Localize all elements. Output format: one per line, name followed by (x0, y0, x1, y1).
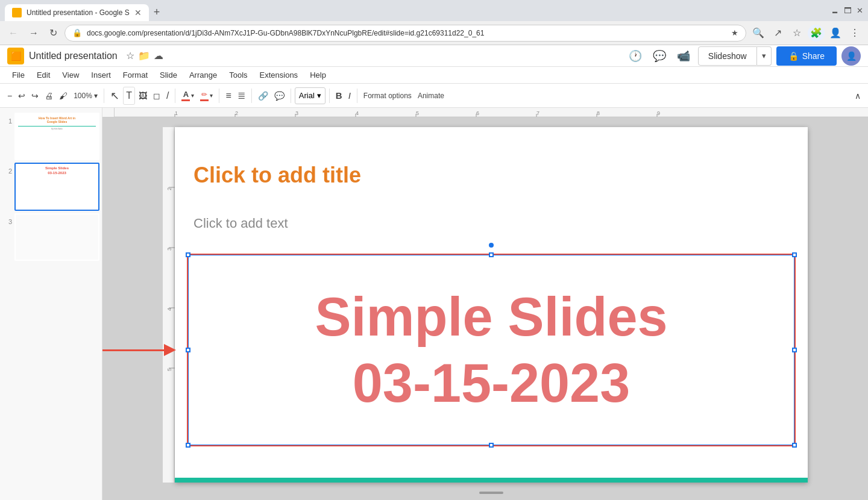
handle-top-middle[interactable] (489, 252, 494, 257)
font-selector-dropdown: ▾ (317, 91, 321, 100)
search-icon[interactable]: 🔍 (750, 25, 767, 42)
slide-thumb-1[interactable]: How To Insert Word Art inGoogle Slides B… (14, 113, 99, 160)
toolbar-bold[interactable]: B (333, 87, 345, 105)
minimize-button[interactable]: 🗕 (831, 6, 839, 15)
toolbar-format-paint[interactable]: 🖌 (57, 87, 70, 105)
toolbar-link[interactable]: 🔗 (256, 87, 271, 105)
svg-text:3: 3 (166, 248, 172, 251)
slide-body-text: Click to add text (193, 216, 288, 231)
scroll-indicator[interactable] (479, 492, 503, 494)
menu-file[interactable]: File (7, 69, 30, 81)
slide-number-2: 2 (2, 163, 12, 175)
slide-title-placeholder[interactable]: Click to add title (193, 151, 790, 199)
video-call-button[interactable]: 📹 (674, 46, 693, 66)
toolbar-collapse[interactable]: ∧ (852, 87, 863, 105)
slide-thumb-2[interactable]: Simple Slides03-15-2023 (14, 163, 99, 210)
lock-icon: 🔒 (788, 51, 799, 61)
app-header: 🟧 Untitled presentation ☆ 📁 ☁ 🕐 💬 📹 Slid… (0, 45, 868, 67)
menu-insert[interactable]: Insert (86, 69, 116, 81)
comments-button[interactable]: 💬 (650, 46, 669, 66)
svg-text:7: 7 (536, 110, 539, 116)
user-avatar[interactable]: 👤 (841, 46, 861, 66)
menu-arrange[interactable]: Arrange (184, 69, 222, 81)
bookmark-icon[interactable]: ☆ (788, 25, 805, 42)
toolbar-highlight-color[interactable]: ✏ ▾ (198, 87, 215, 105)
toolbar-undo[interactable]: ↩ (16, 87, 28, 105)
tab-close-button[interactable]: ✕ (134, 8, 142, 17)
handle-bottom-middle[interactable] (489, 443, 494, 448)
text-box-line1: Simple Slides (315, 290, 667, 344)
menu-help[interactable]: Help (305, 69, 331, 81)
reload-button[interactable]: ↻ (46, 25, 61, 41)
extensions-icon[interactable]: 🧩 (808, 25, 825, 42)
toolbar-shape[interactable]: ◻ (151, 87, 163, 105)
menu-slide[interactable]: Slide (155, 69, 182, 81)
toolbar-animate[interactable]: Animate (415, 87, 447, 105)
slideshow-dropdown-button[interactable]: ▾ (757, 46, 772, 66)
svg-text:6: 6 (476, 110, 479, 116)
toolbar-select[interactable]: ↖ (108, 87, 122, 105)
slide-body-placeholder[interactable]: Click to add text (193, 205, 790, 242)
close-button[interactable]: ✕ (857, 6, 863, 15)
folder-icon[interactable]: 📁 (138, 50, 150, 61)
address-bar[interactable]: 🔒 docs.google.com/presentation/d/1jDi3d-… (64, 25, 746, 42)
text-box-selected[interactable]: Simple Slides 03-15-2023 (187, 254, 796, 446)
font-name: Arial (299, 91, 315, 100)
active-tab[interactable]: Untitled presentation - Google S ✕ (5, 4, 149, 21)
toolbar-italic[interactable]: I (346, 87, 353, 105)
menu-view[interactable]: View (57, 69, 84, 81)
menu-tools[interactable]: Tools (224, 69, 252, 81)
menu-edit[interactable]: Edit (32, 69, 55, 81)
highlight-dropdown[interactable]: ▾ (210, 92, 213, 99)
maximize-button[interactable]: 🗖 (844, 6, 852, 15)
handle-middle-right[interactable] (792, 348, 797, 352)
browser-menu-icon[interactable]: ⋮ (846, 25, 863, 42)
toolbar-text[interactable]: T (123, 87, 135, 105)
toolbar-font-color[interactable]: A ▾ (179, 87, 197, 105)
handle-middle-left[interactable] (186, 348, 190, 352)
svg-text:3: 3 (295, 110, 298, 116)
rotate-handle[interactable] (489, 243, 494, 248)
toolbar-zoom-level[interactable]: 100% ▾ (71, 87, 100, 105)
toolbar-font-selector[interactable]: Arial ▾ (295, 87, 326, 104)
slideshow-button[interactable]: Slideshow (698, 46, 757, 66)
tab-bar: Untitled presentation - Google S ✕ + (5, 0, 165, 21)
handle-top-left[interactable] (186, 252, 190, 257)
workspace: 1 How To Insert Word Art inGoogle Slides… (0, 108, 868, 500)
profile-icon[interactable]: 👤 (827, 25, 844, 42)
toolbar-zoom-minus[interactable]: − (5, 87, 14, 105)
font-color-dropdown[interactable]: ▾ (191, 92, 194, 99)
menu-format[interactable]: Format (118, 69, 153, 81)
menu-extensions[interactable]: Extensions (255, 69, 303, 81)
share-page-icon[interactable]: ↗ (769, 25, 786, 42)
slide-canvas[interactable]: Click to add title Click to add text (175, 127, 808, 483)
slide-item-1[interactable]: 1 How To Insert Word Art inGoogle Slides… (2, 113, 99, 160)
toolbar-image[interactable]: 🖼 (136, 87, 149, 105)
handle-bottom-right[interactable] (792, 443, 797, 448)
new-tab-button[interactable]: + (149, 4, 165, 21)
toolbar-redo[interactable]: ↪ (29, 87, 41, 105)
forward-button[interactable]: → (25, 25, 42, 41)
share-button[interactable]: 🔒 Share (776, 46, 837, 66)
toolbar-sep-3 (219, 89, 219, 103)
slide-item-3[interactable]: 3 (2, 213, 99, 261)
header-icons: ☆ 📁 ☁ (126, 50, 163, 61)
toolbar-print[interactable]: 🖨 (42, 87, 55, 105)
toolbar-justify[interactable]: ≣ (235, 87, 248, 105)
toolbar-line[interactable]: / (164, 87, 171, 105)
toolbar-comment[interactable]: 💬 (272, 87, 287, 105)
app-logo: 🟧 (7, 48, 24, 64)
slide-thumb-3[interactable] (14, 213, 99, 261)
back-button[interactable]: ← (5, 25, 22, 41)
history-button[interactable]: 🕐 (626, 46, 645, 66)
handle-bottom-left[interactable] (186, 443, 190, 448)
canvas-area: 1 2 3 4 5 6 7 8 9 (102, 108, 868, 500)
thumb2-text: Simple Slides03-15-2023 (16, 164, 98, 178)
toolbar-align[interactable]: ≡ (223, 87, 233, 105)
toolbar-format-options[interactable]: Format options (361, 87, 414, 105)
handle-top-right[interactable] (792, 252, 797, 257)
star-icon[interactable]: ☆ (126, 50, 134, 61)
toolbar-sep-1 (104, 89, 104, 103)
slide-item-2[interactable]: 2 Simple Slides03-15-2023 (2, 163, 99, 210)
svg-text:9: 9 (657, 110, 660, 116)
